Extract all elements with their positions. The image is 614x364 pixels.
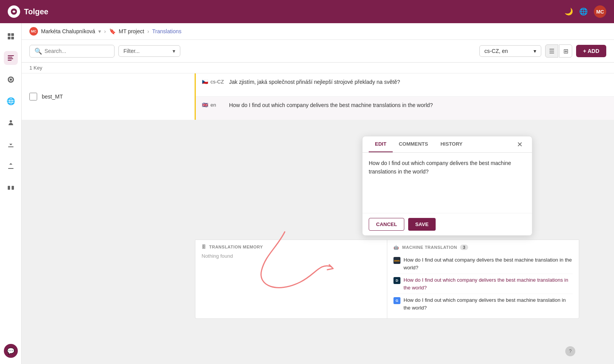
- sidebar-item-integrations[interactable]: [4, 181, 18, 195]
- theme-toggle-button[interactable]: 🌙: [564, 7, 573, 16]
- svg-rect-4: [11, 37, 14, 39]
- tab-history[interactable]: HISTORY: [434, 136, 469, 152]
- bottom-panels: 🗄 TRANSLATION MEMORY Nothing found 🤖 MAC…: [195, 240, 579, 319]
- breadcrumb-current: Translations: [152, 28, 181, 34]
- key-count: 1 Key: [29, 65, 42, 71]
- en-lang-flag: 🇬🇧 en: [202, 101, 229, 108]
- google-icon: G: [393, 297, 400, 304]
- machine-translation-title: 🤖 MACHINE TRANSLATION 3: [393, 245, 573, 250]
- search-box[interactable]: 🔍: [29, 45, 115, 58]
- aws-icon: aws: [393, 257, 400, 264]
- breadcrumb-arrow2: ›: [147, 28, 149, 34]
- translation-memory-title: 🗄 TRANSLATION MEMORY: [202, 245, 381, 249]
- key-name: best_MT: [42, 94, 63, 100]
- help-button[interactable]: ?: [565, 346, 575, 356]
- machine-translation-panel: 🤖 MACHINE TRANSLATION 3 aws How do I fin…: [387, 240, 579, 318]
- edit-actions: CANCEL SAVE: [363, 213, 532, 235]
- row-checkbox[interactable]: [29, 93, 37, 100]
- topbar: Tolgee 🌙 🌐 MC: [0, 0, 614, 23]
- translation-memory-panel: 🗄 TRANSLATION MEMORY Nothing found: [195, 240, 387, 318]
- svg-rect-11: [8, 168, 14, 169]
- cs-translation-text: Jak zjistím, jaká společnost přináší nej…: [229, 78, 400, 86]
- chat-button[interactable]: 💬: [4, 344, 18, 358]
- en-translation-text: How do I find out which company delivers…: [229, 101, 433, 109]
- edit-textarea[interactable]: How do I find out which company delivers…: [369, 159, 526, 205]
- cs-translation-row[interactable]: 🇨🇿 cs-CZ Jak zjistím, jaká společnost př…: [196, 73, 614, 97]
- mt-item-deepl-text: How do I find out which company delivers…: [404, 276, 573, 291]
- mt-count-badge: 3: [460, 245, 468, 250]
- search-input[interactable]: [44, 48, 109, 54]
- svg-rect-10: [8, 146, 14, 147]
- project-icon: 🔖: [109, 28, 116, 34]
- breadcrumb-user[interactable]: Markéta Chalupníková: [41, 28, 95, 34]
- svg-point-9: [10, 120, 12, 122]
- user-avatar: MC: [29, 27, 38, 36]
- database-icon: 🗄: [202, 245, 206, 249]
- language-button[interactable]: 🌐: [579, 7, 588, 16]
- mt-item-deepl[interactable]: D How do I find out which company delive…: [393, 274, 573, 294]
- sidebar-item-languages[interactable]: 🌐: [4, 94, 18, 108]
- add-button[interactable]: + ADD: [576, 45, 606, 57]
- table-row: best_MT 🇨🇿 cs-CZ Jak zjistím, jaká spole…: [22, 73, 614, 120]
- sidebar-item-export[interactable]: [4, 159, 18, 173]
- svg-rect-8: [8, 60, 12, 61]
- en-lang-code: en: [210, 102, 216, 108]
- filter-label: Filter...: [123, 48, 140, 54]
- cs-lang-flag: 🇨🇿 cs-CZ: [202, 78, 229, 85]
- tab-comments[interactable]: COMMENTS: [393, 136, 434, 152]
- mt-item-aws[interactable]: aws How do I find out what company deliv…: [393, 254, 573, 274]
- svg-rect-7: [8, 58, 13, 59]
- cs-flag-icon: 🇨🇿: [202, 79, 208, 85]
- sidebar-item-settings[interactable]: [4, 73, 18, 87]
- lang-chevron-icon: ▾: [534, 48, 536, 54]
- svg-rect-2: [11, 33, 14, 36]
- logo-icon: [8, 5, 20, 18]
- breadcrumb-project[interactable]: MT project: [119, 28, 144, 34]
- svg-rect-12: [8, 186, 10, 190]
- search-icon: 🔍: [34, 48, 42, 55]
- language-select[interactable]: cs-CZ, en ▾: [479, 45, 541, 57]
- mt-item-google[interactable]: G How do I find out which company delive…: [393, 294, 573, 314]
- svg-rect-3: [8, 37, 10, 39]
- edit-content: How do I find out which company delivers…: [363, 153, 532, 213]
- sidebar-item-import[interactable]: [4, 138, 18, 151]
- svg-rect-1: [8, 33, 10, 36]
- filter-chevron-icon: ▾: [173, 48, 175, 54]
- tab-edit[interactable]: EDIT: [369, 136, 393, 152]
- lang-value: cs-CZ, en: [484, 48, 508, 54]
- sidebar-item-members[interactable]: [4, 116, 18, 130]
- breadcrumb-sep1: ▾: [98, 28, 101, 34]
- close-edit-button[interactable]: ✕: [514, 137, 526, 152]
- translation-langs: 🇨🇿 cs-CZ Jak zjistím, jaká společnost př…: [196, 73, 614, 120]
- view-toggle: ☰ ⊞: [545, 44, 572, 58]
- deepl-icon: D: [393, 277, 400, 284]
- svg-rect-6: [8, 57, 12, 58]
- mt-icon: 🤖: [393, 245, 399, 250]
- nothing-found: Nothing found: [202, 253, 381, 259]
- logo-text: Tolgee: [24, 7, 48, 16]
- svg-rect-5: [8, 55, 14, 56]
- list-view-button[interactable]: ☰: [545, 44, 558, 58]
- key-cell: best_MT: [22, 73, 196, 120]
- sidebar: 🌐 💬: [0, 23, 22, 364]
- translation-table: best_MT 🇨🇿 cs-CZ Jak zjistím, jaká spole…: [22, 73, 614, 120]
- toolbar: 🔍 Filter... ▾ cs-CZ, en ▾ ☰ ⊞ + ADD: [22, 40, 614, 63]
- sidebar-item-dashboard[interactable]: [4, 29, 18, 43]
- sidebar-bottom: 💬: [4, 344, 18, 358]
- cancel-button[interactable]: CANCEL: [369, 218, 404, 231]
- logo[interactable]: Tolgee: [8, 5, 48, 18]
- en-flag-icon: 🇬🇧: [202, 102, 208, 108]
- sidebar-item-translations[interactable]: [4, 51, 18, 65]
- cs-lang-code: cs-CZ: [210, 79, 224, 85]
- mt-item-aws-text: How do I find out what company delivers …: [404, 256, 573, 271]
- grid-view-button[interactable]: ⊞: [559, 44, 572, 58]
- en-translation-row[interactable]: 🇬🇧 en How do I find out which company de…: [196, 97, 614, 120]
- mt-item-google-text: How do I find out which company delivers…: [404, 296, 573, 311]
- breadcrumb-arrow1: ›: [104, 28, 106, 34]
- filter-select[interactable]: Filter... ▾: [118, 45, 180, 57]
- topbar-right: 🌙 🌐 MC: [564, 5, 606, 18]
- save-button[interactable]: SAVE: [408, 218, 435, 231]
- svg-rect-13: [12, 186, 14, 190]
- avatar[interactable]: MC: [594, 5, 606, 18]
- breadcrumb: MC Markéta Chalupníková ▾ › 🔖 MT project…: [22, 23, 614, 40]
